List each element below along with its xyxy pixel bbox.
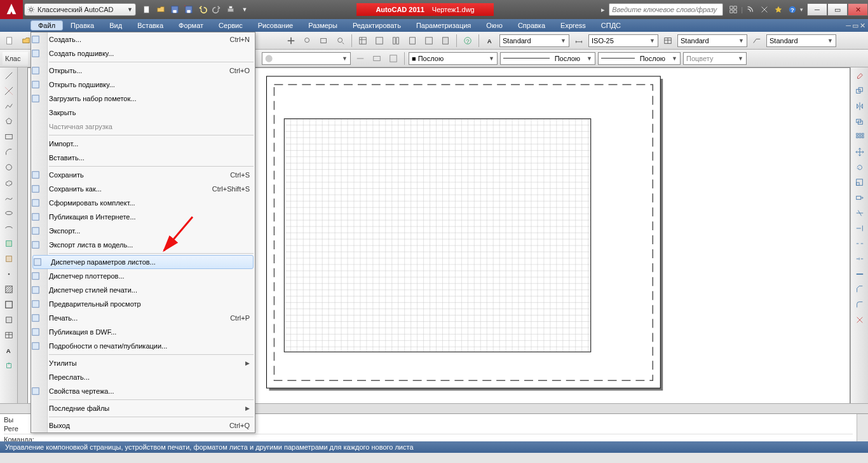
scale-tool[interactable] [853,176,867,190]
menu-help[interactable]: Справка [510,20,553,31]
favorite-button[interactable] [772,3,785,16]
chamfer-tool[interactable] [853,282,867,296]
file-menu-item[interactable]: ВыходCtrl+Q [31,418,255,432]
ellipse-tool[interactable] [2,206,16,220]
file-menu-item[interactable]: Загрузить набор пометок... [31,92,255,106]
color-combo[interactable]: ■ Послою▼ [409,52,498,65]
ellipse-arc-tool[interactable] [2,221,16,235]
maximize-button[interactable]: ▭ [827,3,848,16]
mleader-style-icon[interactable] [750,34,764,48]
file-menu-item[interactable]: СохранитьCtrl+S [31,168,255,182]
spline-tool[interactable] [2,191,16,205]
keyword-search-input[interactable] [609,3,723,16]
break-tool[interactable] [853,237,867,251]
hatch-tool[interactable] [2,282,16,296]
layer-combo[interactable]: ⬤▼ [262,52,351,65]
extend-tool[interactable] [853,221,867,235]
file-menu-item[interactable]: Публикация в Интернете... [31,210,255,224]
trim-tool[interactable] [853,206,867,220]
app-menu-button[interactable] [0,0,23,19]
polygon-tool[interactable] [2,114,16,128]
menu-format[interactable]: Формат [171,20,211,31]
dim-style-icon[interactable] [572,34,586,48]
menu-window[interactable]: Окно [478,20,510,31]
file-menu-item[interactable]: Печать...Ctrl+P [31,311,255,325]
file-menu-item[interactable]: Экспорт листа в модель... [31,238,255,252]
file-menu-item[interactable]: Импорт... [31,137,255,151]
file-menu-item[interactable]: Диспетчер стилей печати... [31,283,255,297]
lineweight-combo[interactable]: Послою▼ [598,52,681,65]
workspace-selector[interactable]: Классический AutoCAD ▼ [24,3,136,16]
file-menu-item[interactable]: Свойства чертежа... [31,384,255,398]
table-tool[interactable] [2,328,16,342]
revcloud-tool[interactable] [2,176,16,190]
file-menu-item[interactable]: Закрыть [31,106,255,120]
properties-button[interactable] [356,34,370,48]
table-style-combo[interactable]: Standard▼ [677,34,747,47]
plotstyle-combo[interactable]: Поцвету▼ [683,52,747,65]
file-menu-item[interactable]: Экспорт... [31,224,255,238]
xline-tool[interactable] [2,84,16,98]
file-menu-item[interactable]: Сохранить как...Ctrl+Shift+S [31,182,255,196]
zoom-rt-button[interactable] [301,34,315,48]
file-menu-item[interactable]: Подробности о печати/публикации... [31,339,255,353]
menu-view[interactable]: Вид [102,20,130,31]
file-menu-item[interactable]: Последние файлы▶ [31,401,255,415]
region-tool[interactable] [2,313,16,327]
menu-insert[interactable]: Вставка [130,20,171,31]
file-menu-item[interactable]: Переслать... [31,370,255,384]
mtext-tool[interactable]: A [2,343,16,357]
move-tool[interactable] [853,145,867,159]
layer-tab[interactable]: Клас [3,52,28,65]
qat-redo-button[interactable] [210,3,224,17]
join-tool[interactable] [853,267,867,281]
file-menu-item[interactable]: Открыть...Ctrl+O [31,64,255,78]
layer-prev-button[interactable] [370,52,384,66]
file-menu-item[interactable]: Создать подшивку... [31,46,255,60]
block-insert-tool[interactable] [2,237,16,251]
cmd-scrollbar[interactable] [857,414,868,441]
search-button[interactable] [727,3,740,16]
file-menu-item[interactable]: Открыть подшивку... [31,78,255,92]
close-button[interactable]: ✕ [848,3,868,16]
text-style-icon[interactable]: A [483,34,497,48]
exchange-button[interactable] [758,3,771,16]
mleader-style-combo[interactable]: Standard▼ [766,34,836,47]
erase-tool[interactable] [853,69,867,83]
point-tool[interactable] [2,267,16,281]
table-style-icon[interactable] [661,34,675,48]
qat-save-button[interactable] [168,3,182,17]
qat-new-button[interactable] [140,3,154,17]
menu-edit[interactable]: Правка [63,20,102,31]
file-menu-item[interactable]: Диспетчер параметров листов... [32,255,254,269]
arc-tool[interactable] [2,145,16,159]
zoom-prev-button[interactable] [334,34,348,48]
qat-open-button[interactable] [154,3,168,17]
menu-dimension[interactable]: Размеры [301,20,345,31]
explode-tool[interactable] [853,313,867,327]
menu-file[interactable]: Файл [31,20,63,31]
qat-more-button[interactable]: ▼ [238,3,252,17]
palette-tabstrip[interactable] [18,67,27,420]
linetype-combo[interactable]: Послою▼ [500,52,595,65]
array-tool[interactable] [853,130,867,144]
menu-parametric[interactable]: Параметризация [409,20,478,31]
menu-tools[interactable]: Сервис [211,20,250,31]
addselected-tool[interactable] [2,359,16,373]
fillet-tool[interactable] [853,298,867,312]
file-menu-item[interactable]: Диспетчер плоттеров... [31,269,255,283]
menu-spds[interactable]: СПДС [593,20,628,31]
mirror-tool[interactable] [853,99,867,113]
menu-express[interactable]: Express [553,20,593,31]
gradient-tool[interactable] [2,298,16,312]
file-menu-item[interactable]: Предварительный просмотр [31,297,255,311]
file-menu-item[interactable]: Сформировать комплект... [31,196,255,210]
help-button-2[interactable]: ? [461,34,475,48]
layer-states-button[interactable] [386,52,400,66]
block-make-tool[interactable] [2,252,16,266]
qat-undo-button[interactable] [196,3,210,17]
file-menu-item[interactable]: Публикация в DWF... [31,325,255,339]
dim-style-combo[interactable]: ISO-25▼ [588,34,658,47]
new-button[interactable] [3,34,17,48]
qat-saveas-button[interactable] [182,3,196,17]
